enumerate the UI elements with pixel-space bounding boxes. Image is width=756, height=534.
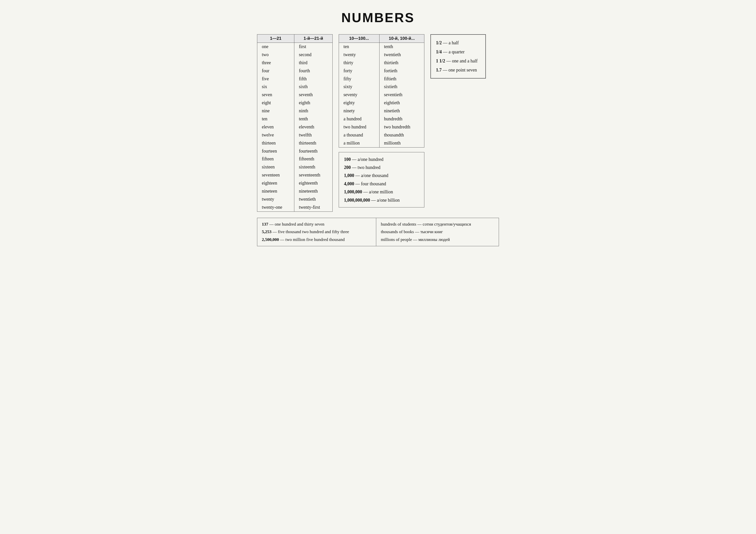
table-row: fourth [294,67,333,75]
col1-tens-header: 10—100... [339,35,380,43]
table-row: fifth [294,75,333,83]
table-row: nineteenth [294,187,333,195]
table-row: tenth [379,43,424,51]
table-row: fourteen [257,147,294,155]
list-item: 1,000 — a/one thousand [344,171,419,180]
list-item: 1/4 — a quarter [436,47,480,56]
table-row: first [294,43,333,51]
table-row: eighteen [257,179,294,187]
table-row: two hundredth [379,123,424,131]
list-item: hundreds of students — сотни студентов/у… [381,220,494,228]
table-row: eleven [257,123,294,131]
table-row: ninth [294,107,333,115]
left-section: 1—21 1-й—21-й onefirsttwosecondthreethir… [257,34,333,212]
table-row: eighteenth [294,179,333,187]
table-row: second [294,51,333,59]
table-row: eleventh [294,123,333,131]
table-row: a hundred [339,115,380,123]
table-row: seventh [294,91,333,99]
list-item: thousands of books — тысячи книг [381,228,494,236]
list-item: 200 — two hundred [344,164,419,171]
col2-header: 1-й—21-й [294,35,333,43]
list-item: 4,000 — four thousand [344,180,419,188]
table-row: twenty [339,51,380,59]
table-row: eighth [294,99,333,107]
fractions-box: 1/2 — a half1/4 — a quarter1 1/2 — one a… [430,34,486,79]
page: NUMBERS 1—21 1-й—21-й onefirsttwosecondt… [257,10,499,246]
table-row: nineteen [257,187,294,195]
middle-section: 10—100... 10-й, 100-й... tententhtwentyt… [339,34,424,208]
table-row: thirty [339,59,380,67]
table-row: fifteen [257,155,294,163]
list-item: 100 — a/one hundred [344,155,419,164]
list-item: 1/2 — a half [436,38,480,47]
table-row: nine [257,107,294,115]
table-row: twelve [257,131,294,139]
table-row: hundredth [379,115,424,123]
table-row: twenty-first [294,203,333,212]
table-row: a million [339,139,380,147]
table-row: thirteen [257,139,294,147]
table-row: ten [257,115,294,123]
table-row: tenth [294,115,333,123]
list-item: 1.7 — one point seven [436,65,480,75]
table-row: fiftieth [379,75,424,83]
table-row: thirteenth [294,139,333,147]
table-row: fifteenth [294,155,333,163]
table-row: seven [257,91,294,99]
table-row: twelfth [294,131,333,139]
table-row: one [257,43,294,51]
page-title: NUMBERS [257,10,499,25]
table-row: eight [257,99,294,107]
table-row: twentieth [294,195,333,203]
table-row: seventeenth [294,171,333,179]
table-row: thirtieth [379,59,424,67]
table-row: seventy [339,91,380,99]
list-item: 5,253 — five thousand two hundred and fi… [262,228,371,236]
table-row: fourteenth [294,147,333,155]
table-row: ninetieth [379,107,424,115]
table-tens-ordinals: 10—100... 10-й, 100-й... tententhtwentyt… [339,34,424,147]
col2-tens-header: 10-й, 100-й... [379,35,424,43]
table-row: twentieth [379,51,424,59]
table-row: eightieth [379,99,424,107]
hundreds-box: 100 — a/one hundred200 — two hundred1,00… [339,152,424,208]
list-item: 1,000,000,000 — a/one billion [344,196,419,204]
table-row: sixty [339,83,380,91]
bottom-left-cell: 137 — one hundred and thirty seven5,253 … [257,218,376,246]
table-row: sixteen [257,163,294,171]
table-row: seventeen [257,171,294,179]
table-row: four [257,67,294,75]
table-row: third [294,59,333,67]
table-row: forty [339,67,380,75]
table-row: sixth [294,83,333,91]
table-row: five [257,75,294,83]
col1-header: 1—21 [257,35,294,43]
table-row: sixteenth [294,163,333,171]
table-row: ten [339,43,380,51]
table-row: eighty [339,99,380,107]
table-cardinals-ordinals: 1—21 1-й—21-й onefirsttwosecondthreethir… [257,34,333,212]
table-row: fortieth [379,67,424,75]
table-row: millionth [379,139,424,147]
list-item: millions of people — миллионы людей [381,236,494,244]
main-area: 1—21 1-й—21-й onefirsttwosecondthreethir… [257,34,499,212]
table-row: six [257,83,294,91]
table-row: fifty [339,75,380,83]
table-row: three [257,59,294,67]
table-row: two [257,51,294,59]
table-row: twenty-one [257,203,294,212]
table-row: ninety [339,107,380,115]
list-item: 2,500,000 — two million five hundred tho… [262,236,371,244]
table-row: seventieth [379,91,424,99]
table-row: a thousand [339,131,380,139]
table-row: thousandth [379,131,424,139]
list-item: 1 1/2 — one and a half [436,56,480,65]
table-row: twenty [257,195,294,203]
table-row: two hundred [339,123,380,131]
list-item: 1,000,000 — a/one million [344,188,419,196]
bottom-right-cell: hundreds of students — сотни студентов/у… [376,218,499,246]
list-item: 137 — one hundred and thirty seven [262,220,371,228]
bottom-examples-table: 137 — one hundred and thirty seven5,253 … [257,218,499,246]
table-row: sixtieth [379,83,424,91]
